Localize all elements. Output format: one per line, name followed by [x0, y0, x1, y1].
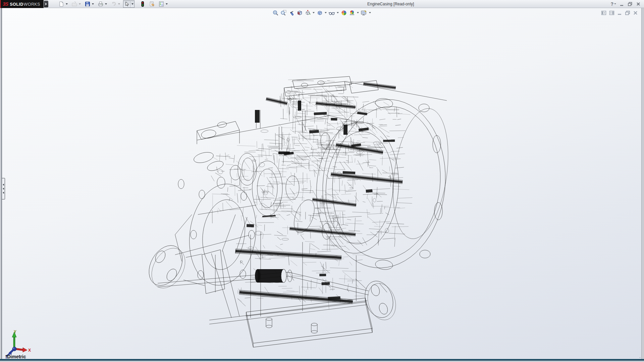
- graphics-area[interactable]: Y X Z *Dimetric: [1, 8, 642, 359]
- edit-appearance-button[interactable]: [340, 9, 347, 16]
- expand-right-icon: [45, 3, 47, 5]
- 3ds-logo-icon: 3S: [3, 1, 8, 7]
- new-dropdown[interactable]: [65, 0, 68, 7]
- view-orientation-button[interactable]: [304, 9, 311, 16]
- pane-toggle-left-icon: [601, 10, 606, 15]
- document-minimize-button[interactable]: [617, 10, 622, 15]
- chevron-down-icon: [105, 3, 107, 5]
- options-button[interactable]: [158, 0, 165, 7]
- document-close-button[interactable]: [633, 10, 638, 15]
- triad-x-label: X: [28, 348, 31, 353]
- chevron-down-icon: [92, 3, 94, 5]
- solidworks-logo: 3S SOLIDWORKS: [0, 0, 44, 8]
- help-button[interactable]: ?: [610, 1, 616, 7]
- new-document-button[interactable]: [58, 0, 65, 7]
- print-dropdown[interactable]: [104, 0, 108, 7]
- pane-toggle-left-button[interactable]: [601, 10, 606, 15]
- collapse-left-icon: [3, 192, 4, 194]
- resize-grip[interactable]: [636, 357, 640, 359]
- restore-icon: [625, 10, 630, 15]
- restore-button[interactable]: [628, 1, 633, 7]
- window-controls: ?: [610, 1, 644, 7]
- open-dropdown[interactable]: [78, 0, 82, 7]
- previous-view-button[interactable]: [288, 9, 295, 16]
- display-style-button[interactable]: [316, 9, 323, 16]
- select-tool-button[interactable]: [123, 0, 130, 7]
- options-dropdown[interactable]: [165, 0, 168, 7]
- window-frame-bottom: [0, 359, 644, 361]
- chevron-down-icon: [325, 12, 327, 13]
- brand-solid: SOLID: [10, 2, 23, 7]
- hide-show-items-button[interactable]: [328, 9, 335, 16]
- view-settings-button[interactable]: [360, 9, 368, 16]
- chevron-down-icon: [79, 3, 81, 5]
- display-style-dropdown[interactable]: [324, 9, 327, 16]
- view-orientation-label: *Dimetric: [5, 354, 26, 359]
- eyeglasses-icon: [328, 10, 335, 16]
- menu-expand-arrow[interactable]: [44, 1, 48, 7]
- help-question-icon: ?: [610, 1, 613, 7]
- select-cursor-icon: [124, 1, 130, 7]
- zoom-to-fit-button[interactable]: [272, 9, 279, 16]
- main-toolbar: [58, 0, 171, 8]
- pane-toggle-right-button[interactable]: [609, 10, 614, 15]
- triad-origin: [12, 347, 16, 351]
- save-dropdown[interactable]: [91, 0, 95, 7]
- options-checklist-icon: [158, 1, 164, 7]
- apply-scene-icon: [349, 10, 355, 16]
- chevron-down-icon: [337, 12, 339, 13]
- apply-scene-button[interactable]: [348, 9, 356, 16]
- traffic-light-icon: [140, 1, 146, 7]
- undo-button[interactable]: [110, 0, 117, 7]
- hide-show-items-dropdown[interactable]: [336, 9, 339, 16]
- chevron-down-icon: [131, 3, 133, 5]
- chevron-down-icon: [369, 12, 371, 13]
- zoom-to-area-icon: [280, 10, 287, 16]
- collapse-left-icon: [3, 188, 4, 190]
- featuremanager-flyout-tab[interactable]: [2, 178, 5, 199]
- previous-view-icon: [288, 10, 295, 16]
- pane-toggle-right-icon: [609, 10, 614, 15]
- window-title: EngineCasing [Read-only]: [171, 2, 610, 6]
- open-button[interactable]: [71, 0, 78, 7]
- view-settings-monitor-icon: [361, 10, 367, 16]
- triad-x-arrow: [23, 348, 27, 352]
- close-button[interactable]: [636, 1, 641, 7]
- select-dropdown[interactable]: [130, 0, 134, 7]
- view-orientation-dropdown[interactable]: [312, 9, 315, 16]
- print-button[interactable]: [97, 0, 104, 7]
- headsup-view-toolbar: [272, 9, 372, 16]
- restore-icon: [628, 2, 633, 6]
- minimize-icon: [620, 2, 624, 6]
- view-orientation-cube-icon: [305, 10, 311, 16]
- appearance-ball-icon: [341, 10, 347, 16]
- view-settings-dropdown[interactable]: [368, 9, 372, 16]
- apply-scene-dropdown[interactable]: [356, 9, 360, 16]
- file-properties-icon: [149, 1, 155, 7]
- section-view-button[interactable]: [296, 9, 303, 16]
- titlebar[interactable]: 3S SOLIDWORKS: [0, 0, 644, 8]
- zoom-to-fit-icon: [272, 10, 279, 16]
- brand-works: WORKS: [24, 2, 40, 7]
- open-folder-icon: [71, 1, 77, 7]
- document-restore-button[interactable]: [625, 10, 630, 15]
- collapse-left-icon: [3, 184, 4, 186]
- model-wireframe-canvas[interactable]: [2, 8, 642, 359]
- print-icon: [98, 1, 104, 7]
- save-icon: [85, 1, 91, 7]
- chevron-down-icon: [357, 12, 359, 13]
- document-window-controls: [601, 10, 638, 15]
- minimize-icon: [617, 10, 622, 15]
- file-properties-button[interactable]: [148, 0, 155, 7]
- minimize-button[interactable]: [620, 1, 624, 7]
- undo-icon: [111, 1, 117, 7]
- display-style-cube-icon: [317, 10, 323, 16]
- rebuild-button[interactable]: [139, 0, 146, 7]
- zoom-to-area-button[interactable]: [280, 9, 287, 16]
- undo-dropdown[interactable]: [117, 0, 121, 7]
- save-button[interactable]: [84, 0, 91, 7]
- chevron-down-icon: [118, 3, 120, 5]
- section-view-icon: [297, 10, 303, 16]
- chevron-down-icon: [166, 3, 168, 5]
- new-document-icon: [58, 1, 64, 7]
